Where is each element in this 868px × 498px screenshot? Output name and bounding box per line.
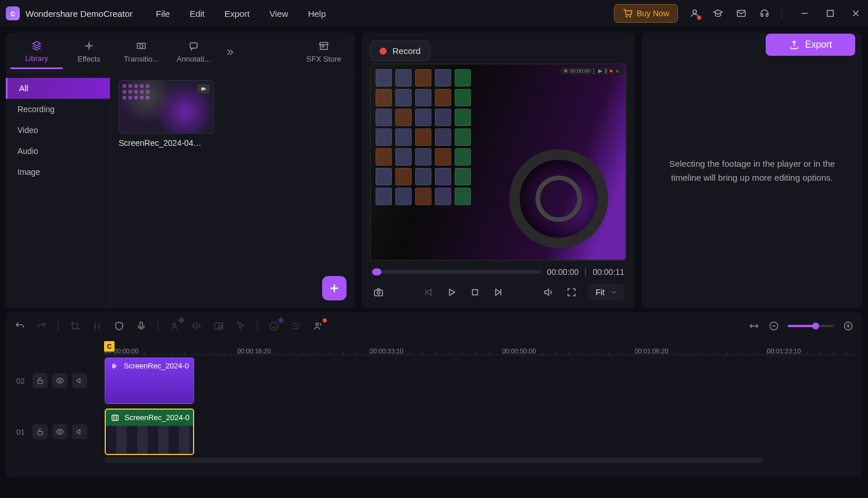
close-button[interactable]: [849, 7, 862, 20]
svg-rect-4: [374, 290, 383, 296]
playback-progress[interactable]: [372, 270, 541, 274]
record-button[interactable]: Record: [370, 41, 430, 61]
tab-library[interactable]: Library: [10, 35, 63, 69]
track-number: 01: [16, 428, 28, 436]
tab-annotations-label: Annotati...: [177, 55, 211, 63]
minimize-button[interactable]: [798, 7, 811, 20]
next-frame-button[interactable]: [492, 286, 505, 299]
inspector-panel: Selecting the footage in the player or i…: [642, 33, 862, 309]
menu-export[interactable]: Export: [224, 9, 249, 19]
undo-button[interactable]: [14, 320, 26, 332]
snapshot-button[interactable]: [372, 286, 385, 299]
annotation-icon: [188, 41, 199, 51]
ruler-mark: 00:01:23:10: [767, 347, 801, 354]
menu-edit[interactable]: Edit: [190, 9, 205, 19]
duration: 00:00:11: [593, 267, 625, 277]
recording-toolbar-overlay: 00:00:00 │▶‖■⨯: [560, 67, 623, 75]
track-visibility-button[interactable]: [52, 424, 67, 439]
main-menu: File Edit Export View Help: [156, 9, 326, 19]
tab-effects[interactable]: Effects: [63, 36, 115, 68]
chevron-double-right-icon: [224, 47, 235, 58]
plus-icon: [328, 282, 341, 295]
menu-view[interactable]: View: [269, 9, 288, 19]
svg-point-18: [59, 431, 61, 433]
voiceover-button[interactable]: [135, 320, 147, 332]
svg-point-8: [173, 323, 176, 326]
tab-transitions[interactable]: Transitio...: [115, 36, 167, 68]
mic-icon: [136, 321, 147, 331]
track-row-2: 02 C ScreenRec_2024-0: [6, 355, 862, 406]
transition-icon: [136, 41, 147, 51]
split-button[interactable]: [91, 320, 103, 332]
eye-icon: [56, 377, 64, 385]
cat-all[interactable]: All: [6, 78, 110, 99]
timeline-scrollbar[interactable]: [105, 457, 763, 463]
ai-face-button[interactable]: [268, 320, 280, 332]
export-button[interactable]: Export: [766, 34, 855, 56]
ai-voice-button[interactable]: [312, 320, 324, 332]
ai-cutout-button[interactable]: [169, 320, 180, 332]
eye-icon: [56, 428, 64, 436]
split-icon: [92, 321, 102, 331]
adjust-icon: [291, 321, 301, 331]
add-media-button[interactable]: [322, 276, 347, 300]
svg-point-12: [316, 323, 319, 326]
adjust-button[interactable]: [290, 320, 302, 332]
timeline-ruler[interactable]: 00:00:00:0000:00:16:2000:00:33:1000:00:5…: [105, 340, 855, 355]
play-icon: [446, 287, 457, 298]
play-button[interactable]: [445, 286, 458, 299]
timeline-clip-video[interactable]: ScreenRec_2024-0: [105, 409, 194, 455]
zoom-slider[interactable]: [788, 325, 834, 327]
zoom-out-button[interactable]: [768, 320, 780, 332]
prev-frame-button[interactable]: [422, 286, 435, 299]
chevron-down-icon: [610, 289, 617, 296]
track-lock-button[interactable]: [33, 424, 48, 439]
maximize-button[interactable]: [824, 7, 837, 20]
track-row-1: 01 ScreenRec_2024-0: [6, 406, 862, 457]
cursor-button[interactable]: [235, 320, 247, 332]
buy-now-button[interactable]: Buy Now: [614, 4, 678, 23]
user-account-button[interactable]: [688, 7, 701, 20]
academy-button[interactable]: [712, 7, 724, 20]
track-lock-button[interactable]: [33, 373, 48, 388]
clip-item[interactable]: ScreenRec_2024-04…: [119, 80, 214, 148]
tabs-overflow-button[interactable]: [223, 46, 236, 59]
timeline-clip-audio[interactable]: ScreenRec_2024-0: [105, 357, 194, 404]
speaker-icon: [76, 377, 84, 385]
track-mute-button[interactable]: [72, 424, 87, 439]
redo-button[interactable]: [36, 320, 48, 332]
crop-button[interactable]: [69, 320, 81, 332]
zoom-slider-thumb[interactable]: [812, 323, 819, 329]
mail-icon: [736, 8, 746, 19]
cat-video[interactable]: Video: [6, 120, 110, 141]
svg-rect-17: [38, 431, 42, 435]
fit-dropdown[interactable]: Fit: [588, 284, 624, 300]
menu-help[interactable]: Help: [308, 9, 326, 19]
cat-image[interactable]: Image: [6, 162, 110, 182]
preview-viewport[interactable]: 00:00:00 │▶‖■⨯: [370, 63, 627, 261]
pip-button[interactable]: [213, 320, 224, 332]
cat-recording[interactable]: Recording: [6, 99, 110, 120]
support-button[interactable]: [758, 7, 771, 20]
track-visibility-button[interactable]: [52, 373, 67, 388]
step-forward-icon: [493, 287, 503, 298]
progress-thumb[interactable]: [372, 268, 381, 275]
volume-button[interactable]: [542, 286, 555, 299]
zoom-in-button[interactable]: [842, 320, 854, 332]
fullscreen-button[interactable]: [565, 286, 578, 299]
library-categories: All Recording Video Audio Image: [6, 72, 110, 309]
menu-file[interactable]: File: [156, 9, 170, 19]
inspector-message: Selecting the footage in the player or i…: [659, 157, 845, 185]
tab-sfx-store[interactable]: SFX Store: [298, 36, 350, 68]
track-start-marker[interactable]: C: [104, 341, 115, 352]
store-icon: [319, 41, 329, 51]
stop-button[interactable]: [469, 286, 481, 299]
marker-button[interactable]: [113, 320, 125, 332]
track-mute-button[interactable]: [72, 373, 87, 388]
pip-icon: [213, 321, 224, 331]
mail-button[interactable]: [735, 7, 748, 20]
fit-timeline-button[interactable]: [748, 320, 760, 332]
cat-audio[interactable]: Audio: [6, 141, 110, 162]
tab-annotations[interactable]: Annotati...: [167, 36, 220, 68]
mirror-button[interactable]: [191, 320, 202, 332]
